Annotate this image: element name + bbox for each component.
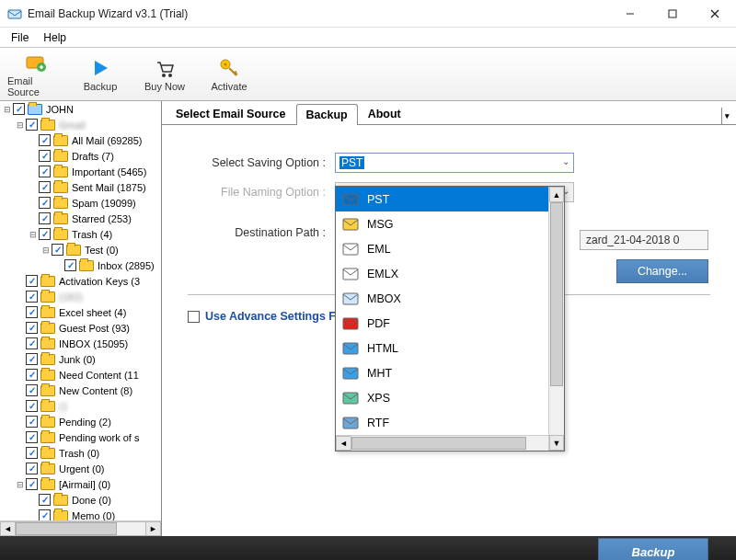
tree-twist-spacer bbox=[15, 401, 25, 411]
tree-checkbox[interactable] bbox=[39, 228, 51, 240]
tree-checkbox[interactable] bbox=[39, 134, 51, 146]
tree-checkbox[interactable] bbox=[26, 447, 38, 459]
collapse-icon[interactable]: ⊟ bbox=[2, 104, 12, 114]
dropdown-option-html[interactable]: HTML bbox=[336, 336, 564, 360]
tree-node[interactable]: ⊟Test (0) bbox=[0, 242, 161, 257]
tree-node[interactable]: ⊟Gmail bbox=[0, 117, 161, 132]
tree-checkbox[interactable] bbox=[39, 166, 51, 177]
tree-node[interactable]: (1 bbox=[0, 398, 161, 414]
tree-checkbox[interactable] bbox=[26, 384, 38, 396]
tree-node[interactable]: All Mail (69285) bbox=[0, 132, 161, 148]
toolbar-email-source[interactable]: Email Source bbox=[6, 50, 66, 98]
tree-node[interactable]: Important (5465) bbox=[0, 164, 161, 179]
tab-about[interactable]: About bbox=[358, 103, 411, 124]
toolbar-backup[interactable]: Backup bbox=[70, 50, 131, 98]
tree-node[interactable]: Spam (19099) bbox=[0, 195, 161, 211]
saving-option-combo[interactable]: PST ⌄ bbox=[335, 153, 574, 173]
scroll-left-icon[interactable]: ◄ bbox=[336, 436, 351, 451]
dropdown-option-mbox[interactable]: MBOX bbox=[336, 286, 564, 311]
scroll-thumb[interactable] bbox=[351, 437, 526, 450]
tree-checkbox[interactable] bbox=[26, 291, 38, 303]
tree-node[interactable]: Need Content (11 bbox=[0, 367, 161, 383]
scroll-thumb[interactable] bbox=[16, 522, 117, 535]
tree-node[interactable]: New Content (8) bbox=[0, 383, 161, 398]
tree-checkbox[interactable] bbox=[26, 431, 38, 443]
scroll-thumb[interactable] bbox=[550, 202, 563, 386]
collapse-icon[interactable]: ⊟ bbox=[28, 229, 38, 239]
tree-checkbox[interactable] bbox=[26, 322, 38, 334]
tree-node[interactable]: Pending (2) bbox=[0, 414, 161, 429]
tree-checkbox[interactable] bbox=[64, 259, 76, 271]
tree-label: Activation Keys (3 bbox=[59, 276, 140, 287]
tree-node[interactable]: Done (0) bbox=[0, 492, 161, 508]
change-button[interactable]: Change... bbox=[616, 259, 708, 283]
tab-backup[interactable]: Backup bbox=[296, 104, 358, 125]
dropdown-v-scrollbar[interactable]: ▲ ▼ bbox=[548, 187, 564, 451]
tree-node[interactable]: Activation Keys (3 bbox=[0, 273, 161, 289]
tree-checkbox[interactable] bbox=[26, 400, 38, 412]
tab-select-source[interactable]: Select Email Source bbox=[166, 103, 296, 124]
tree-checkbox[interactable] bbox=[26, 119, 38, 131]
minimize-button[interactable] bbox=[609, 0, 651, 28]
folder-tree[interactable]: ⊟JOHN⊟Gmail All Mail (69285) Drafts (7) … bbox=[0, 101, 162, 536]
collapse-icon[interactable]: ⊟ bbox=[15, 479, 25, 489]
tree-checkbox[interactable] bbox=[39, 494, 51, 506]
svg-rect-16 bbox=[343, 318, 358, 329]
tree-node[interactable]: Trash (0) bbox=[0, 445, 161, 461]
tree-node[interactable]: Inbox (2895) bbox=[0, 257, 161, 273]
dropdown-option-emlx[interactable]: EMLX bbox=[336, 261, 564, 286]
scroll-up-icon[interactable]: ▲ bbox=[549, 187, 564, 202]
dropdown-option-pst[interactable]: PST bbox=[336, 187, 564, 211]
dropdown-h-scrollbar[interactable]: ◄ ► bbox=[336, 435, 564, 451]
tree-checkbox[interactable] bbox=[26, 337, 38, 349]
scroll-right-icon[interactable]: ► bbox=[145, 521, 161, 536]
tree-node[interactable]: ⊟[Airmail] (0) bbox=[0, 476, 161, 492]
tree-checkbox[interactable] bbox=[26, 306, 38, 318]
tabs-overflow-button[interactable]: ▾ bbox=[721, 108, 732, 124]
close-button[interactable] bbox=[694, 0, 736, 28]
dropdown-option-pdf[interactable]: PDF bbox=[336, 311, 564, 336]
tree-node[interactable]: Urgent (0) bbox=[0, 461, 161, 476]
tree-checkbox[interactable] bbox=[39, 150, 51, 162]
tree-node[interactable]: Starred (253) bbox=[0, 211, 161, 226]
dropdown-option-msg[interactable]: MSG bbox=[336, 211, 564, 236]
tree-checkbox[interactable] bbox=[39, 181, 51, 193]
tree-checkbox[interactable] bbox=[52, 244, 63, 256]
scroll-down-icon[interactable]: ▼ bbox=[549, 435, 564, 451]
saving-option-dropdown[interactable]: PSTMSGEMLEMLXMBOXPDFHTMLMHTXPSRTF ▲ ▼ ◄ … bbox=[335, 186, 565, 451]
tree-node[interactable]: ⊟JOHN bbox=[0, 101, 161, 117]
tree-checkbox[interactable] bbox=[26, 463, 38, 474]
toolbar-activate[interactable]: Activate bbox=[199, 50, 259, 98]
tree-node[interactable]: Junk (0) bbox=[0, 351, 161, 367]
tree-checkbox[interactable] bbox=[39, 197, 51, 209]
tree-checkbox[interactable] bbox=[26, 275, 38, 287]
menu-help[interactable]: Help bbox=[36, 29, 74, 46]
dropdown-option-rtf[interactable]: RTF bbox=[336, 410, 564, 435]
dropdown-option-eml[interactable]: EML bbox=[336, 236, 564, 261]
collapse-icon[interactable]: ⊟ bbox=[40, 245, 51, 255]
backup-button[interactable]: Backup bbox=[598, 538, 708, 560]
tree-checkbox[interactable] bbox=[39, 212, 51, 224]
collapse-icon[interactable]: ⊟ bbox=[15, 120, 25, 130]
tree-node[interactable]: Excel sheet (4) bbox=[0, 304, 161, 320]
tree-checkbox[interactable] bbox=[26, 369, 38, 381]
tree-node[interactable]: ⊟Trash (4) bbox=[0, 226, 161, 242]
tree-node[interactable]: INBOX (15095) bbox=[0, 336, 161, 351]
svg-rect-19 bbox=[343, 393, 358, 404]
tree-node[interactable]: Sent Mail (1875) bbox=[0, 179, 161, 195]
tree-node[interactable]: (182) bbox=[0, 289, 161, 304]
tree-node[interactable]: Drafts (7) bbox=[0, 148, 161, 164]
scroll-left-icon[interactable]: ◄ bbox=[0, 521, 16, 536]
dropdown-option-xps[interactable]: XPS bbox=[336, 385, 564, 410]
tree-checkbox[interactable] bbox=[26, 353, 38, 365]
menu-file[interactable]: File bbox=[4, 29, 36, 46]
tree-checkbox[interactable] bbox=[13, 103, 25, 115]
maximize-button[interactable] bbox=[651, 0, 694, 28]
tree-h-scrollbar[interactable]: ◄ ► bbox=[0, 520, 161, 536]
dropdown-option-mht[interactable]: MHT bbox=[336, 360, 564, 385]
tree-checkbox[interactable] bbox=[26, 416, 38, 428]
toolbar-buy-now[interactable]: Buy Now bbox=[134, 50, 195, 98]
tree-node[interactable]: Guest Post (93) bbox=[0, 320, 161, 336]
tree-checkbox[interactable] bbox=[26, 478, 38, 490]
tree-node[interactable]: Pending work of s bbox=[0, 429, 161, 445]
